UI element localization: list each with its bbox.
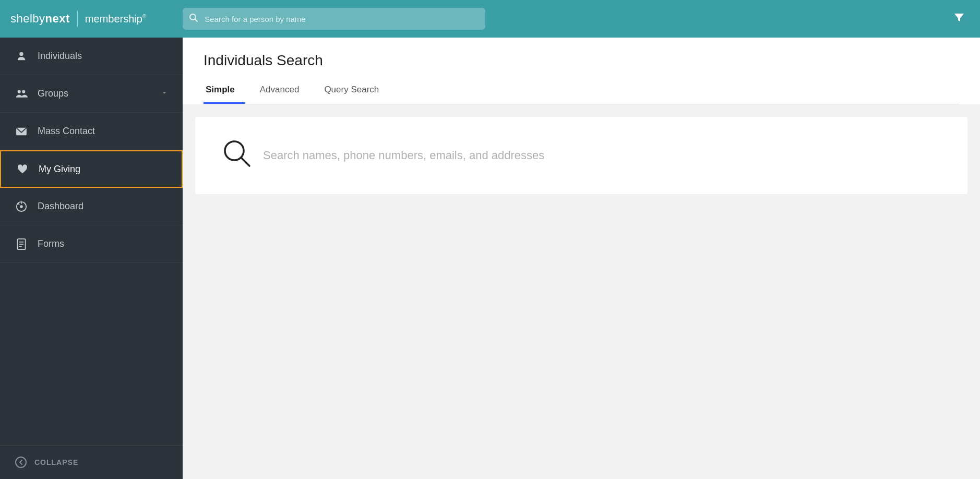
sidebar-item-groups-label: Groups — [38, 88, 161, 99]
app-header: shelbynext membership® — [0, 0, 980, 38]
sidebar-item-my-giving[interactable]: My Giving — [0, 150, 183, 188]
forms-icon — [15, 238, 28, 250]
groups-icon — [15, 88, 28, 100]
logo-text: shelbynext — [10, 12, 70, 26]
svg-point-3 — [18, 90, 21, 93]
collapse-label: COLLAPSE — [34, 458, 78, 466]
header-search-container — [183, 8, 485, 30]
logo-shelby: shelbynext — [10, 12, 70, 25]
sidebar-item-dashboard[interactable]: Dashboard — [0, 188, 183, 225]
tabs: Simple Advanced Query Search — [204, 79, 959, 104]
person-icon — [15, 51, 28, 62]
page-title: Individuals Search — [204, 52, 959, 69]
heart-icon — [16, 164, 29, 174]
svg-point-4 — [22, 90, 25, 93]
svg-line-9 — [18, 203, 19, 205]
filter-button[interactable] — [949, 7, 970, 31]
sidebar-item-mass-contact-label: Mass Contact — [38, 126, 168, 137]
logo-divider — [77, 11, 78, 27]
dashboard-icon — [15, 201, 28, 212]
sidebar: Individuals Groups — [0, 38, 183, 479]
logo-membership: membership® — [85, 13, 146, 25]
svg-point-7 — [20, 205, 23, 208]
header-search-icon — [189, 13, 198, 25]
tab-query-search[interactable]: Query Search — [322, 79, 389, 104]
tab-advanced[interactable]: Advanced — [258, 79, 310, 104]
sidebar-nav: Individuals Groups — [0, 38, 183, 445]
svg-point-2 — [19, 52, 23, 55]
tab-simple[interactable]: Simple — [204, 79, 245, 104]
main-content: Individuals Search Simple Advanced Query… — [183, 38, 980, 479]
svg-point-14 — [16, 457, 26, 468]
svg-line-1 — [195, 19, 198, 22]
svg-line-16 — [241, 158, 249, 166]
logo-next: next — [45, 12, 70, 25]
sidebar-item-forms[interactable]: Forms — [0, 225, 183, 263]
logo-reg: ® — [142, 14, 146, 19]
envelope-icon — [15, 127, 28, 136]
sidebar-item-individuals-label: Individuals — [38, 51, 168, 62]
header-search-input[interactable] — [183, 8, 485, 30]
search-panel — [195, 117, 967, 194]
sidebar-item-dashboard-label: Dashboard — [38, 201, 168, 212]
collapse-icon — [15, 456, 27, 469]
collapse-button[interactable]: COLLAPSE — [0, 445, 183, 479]
main-search-input[interactable] — [263, 149, 941, 162]
content-header: Individuals Search Simple Advanced Query… — [183, 38, 980, 104]
search-large-icon — [221, 138, 253, 173]
main-layout: Individuals Groups — [0, 38, 980, 479]
sidebar-item-forms-label: Forms — [38, 238, 168, 249]
tab-underline — [204, 104, 959, 104]
logo: shelbynext membership® — [10, 11, 146, 27]
sidebar-item-my-giving-label: My Giving — [39, 164, 167, 175]
sidebar-item-mass-contact[interactable]: Mass Contact — [0, 113, 183, 150]
groups-chevron-icon — [161, 89, 168, 98]
sidebar-item-groups[interactable]: Groups — [0, 75, 183, 113]
sidebar-item-individuals[interactable]: Individuals — [0, 38, 183, 75]
